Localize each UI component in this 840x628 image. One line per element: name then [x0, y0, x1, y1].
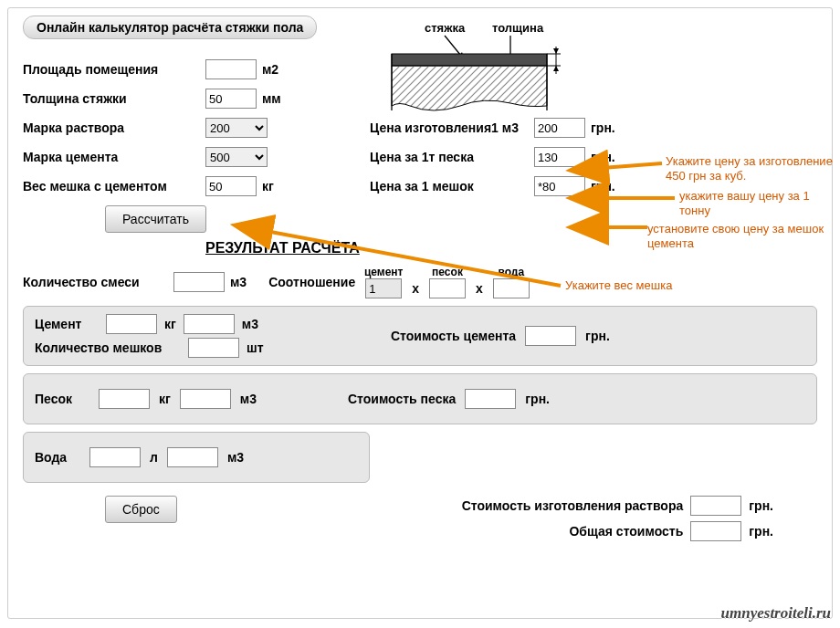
ratio-h-water: вода — [488, 266, 534, 278]
thickness-label: Толщина стяжки — [23, 91, 205, 106]
note-price-m3: Укажите цену за изготовление 450 грн за … — [666, 154, 840, 184]
ratio-h-sand: песок — [425, 266, 470, 278]
sand-cost-label: Стоимость песка — [348, 392, 456, 406]
water-label: Вода — [35, 450, 80, 465]
calculator-container: Онлайн калькулятор расчёта стяжки пола с… — [7, 7, 833, 619]
cement-label: Цемент — [35, 317, 99, 331]
cement-grade-select[interactable]: 500 — [205, 147, 268, 167]
svg-marker-8 — [553, 66, 559, 71]
cement-kg-output — [106, 314, 157, 334]
ratio-sand-output — [429, 278, 466, 298]
note-price-sand: укажите вашу цену за 1 тонну — [679, 189, 840, 219]
price-sand-label: Цена за 1т песка — [370, 150, 534, 164]
watermark: umnyestroiteli.ru — [721, 604, 831, 623]
bags-output — [188, 338, 239, 358]
bags-label: Количество мешков — [35, 340, 181, 355]
page-title: Онлайн калькулятор расчёта стяжки пола — [23, 16, 317, 39]
thickness-unit: мм — [262, 91, 281, 106]
mortar-cost-output — [690, 496, 741, 516]
sand-cost-output — [465, 389, 516, 409]
calculate-button[interactable]: Рассчитать — [105, 205, 206, 233]
screed-diagram: стяжка толщина — [373, 19, 574, 122]
mix-qty-label: Количество смеси — [23, 275, 173, 289]
sand-m3-output — [180, 389, 231, 409]
bag-weight-unit: кг — [262, 179, 274, 194]
area-label: Площадь помещения — [23, 62, 205, 77]
total-cost-output — [690, 521, 741, 541]
cement-cost-label: Стоимость цемента — [391, 329, 516, 343]
price-bag-input[interactable] — [534, 176, 585, 196]
svg-rect-3 — [392, 54, 547, 66]
ratio-h-cement: цемент — [361, 266, 406, 278]
bag-weight-input[interactable] — [205, 176, 257, 196]
cement-panel: Цемент кг м3 Количество мешков шт Стоимо… — [23, 306, 817, 366]
sand-label: Песок — [35, 392, 89, 406]
water-l-output — [89, 447, 141, 467]
note-price-bag: установите свою цену за мешок цемента — [647, 222, 840, 252]
area-unit: м2 — [262, 62, 278, 77]
diagram-label-thickness: толщина — [492, 21, 544, 35]
mortar-grade-select[interactable]: 200 — [205, 118, 268, 138]
cement-grade-label: Марка цемента — [23, 150, 205, 164]
price-sand-unit: грн. — [591, 150, 615, 164]
mortar-grade-label: Марка раствора — [23, 120, 205, 135]
reset-button[interactable]: Сброс — [105, 496, 177, 523]
price-sand-input[interactable] — [534, 147, 585, 167]
price-bag-label: Цена за 1 мешок — [370, 179, 534, 194]
price-m3-label: Цена изготовления1 м3 — [370, 120, 534, 135]
mix-qty-output — [173, 272, 225, 292]
water-m3-output — [167, 447, 218, 467]
cement-m3-output — [184, 314, 235, 334]
sand-panel: Песок кг м3 Стоимость песка грн. — [23, 373, 817, 424]
price-m3-unit: грн. — [591, 120, 615, 135]
sand-kg-output — [99, 389, 150, 409]
mix-qty-unit: м3 — [230, 275, 247, 289]
mortar-cost-label: Стоимость изготовления раствора — [462, 498, 684, 513]
thickness-input[interactable] — [205, 89, 257, 109]
area-input[interactable] — [205, 59, 257, 79]
ratio-water-output — [493, 278, 530, 298]
note-bag-weight: Укажите вес мешка — [565, 278, 672, 293]
bag-weight-label: Вес мешка с цементом — [23, 179, 205, 194]
svg-marker-7 — [553, 48, 559, 54]
ratio-label: Соотношение — [268, 275, 355, 289]
price-bag-unit: грн. — [591, 179, 615, 194]
total-cost-label: Общая стоимость — [569, 524, 683, 539]
water-panel: Вода л м3 — [23, 432, 370, 483]
cement-cost-output — [525, 326, 576, 346]
ratio-cement-output — [365, 278, 402, 298]
diagram-label-screed: стяжка — [425, 21, 466, 35]
